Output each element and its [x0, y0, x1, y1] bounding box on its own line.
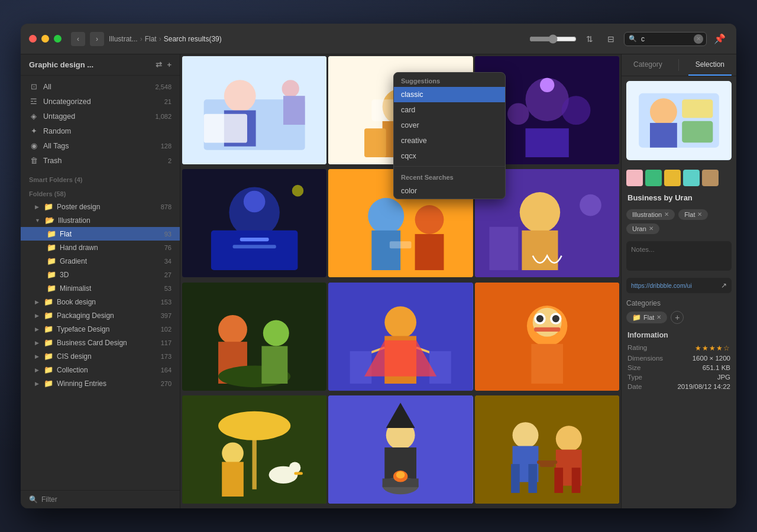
svg-point-5: [282, 80, 299, 97]
cat-tag-flat[interactable]: 📁 Flat ✕: [626, 312, 667, 323]
grid-item-1[interactable]: [182, 56, 326, 164]
sidebar-item-untagged[interactable]: ◈ Untagged 1,082: [21, 109, 180, 124]
subfolder-item-gradient[interactable]: 📁 Gradient 34: [21, 254, 180, 268]
maximize-button[interactable]: [54, 35, 62, 43]
grid-item-9[interactable]: [475, 283, 619, 391]
search-clear-button[interactable]: ✕: [694, 34, 703, 44]
svg-point-71: [396, 471, 405, 478]
svg-point-27: [368, 198, 405, 234]
swatch-yellow[interactable]: [664, 170, 681, 186]
tag-flat[interactable]: Flat ✕: [678, 209, 708, 220]
tag-flat-close[interactable]: ✕: [697, 211, 702, 218]
dimensions-value: 1600 × 1200: [693, 355, 730, 362]
filter-icon: 🔍: [29, 495, 38, 504]
grid-item-8[interactable]: [328, 283, 473, 391]
svg-rect-88: [682, 121, 713, 143]
sidebar-item-trash[interactable]: 🗑 Trash 2: [21, 153, 180, 168]
dropdown-item-card[interactable]: card: [394, 102, 505, 118]
forward-button[interactable]: ›: [90, 32, 104, 46]
folders-title: Folders (58): [21, 186, 180, 200]
svg-rect-42: [261, 346, 287, 384]
folder-biz-label: Business Card Design: [57, 339, 157, 347]
grid-item-12[interactable]: [475, 395, 619, 504]
grid-item-10[interactable]: [182, 395, 326, 504]
svg-point-2: [224, 80, 256, 112]
sidebar-header-icons: ⇄ +: [156, 60, 172, 69]
notes-area[interactable]: Notes...: [626, 241, 732, 271]
breadcrumb-illustrat[interactable]: Illustrat...: [109, 35, 138, 43]
folder-item-business-card[interactable]: ▶ 📁 Business Card Design 117: [21, 336, 180, 349]
dropdown-item-color[interactable]: color: [394, 183, 505, 199]
expand-arrow-cis: ▶: [35, 353, 39, 359]
sidebar-bottom: 🔍 Filter: [21, 490, 180, 508]
svg-rect-75: [511, 464, 520, 493]
swatch-teal[interactable]: [683, 170, 700, 186]
search-dropdown: Suggestions classic card cover creative …: [393, 72, 506, 199]
pin-button[interactable]: 📌: [711, 31, 728, 47]
tag-illustration-close[interactable]: ✕: [664, 211, 669, 218]
grid-item-4[interactable]: [182, 169, 326, 277]
tag-uran-close[interactable]: ✕: [649, 225, 654, 232]
subfolder-item-hand-drawn[interactable]: 📁 Hand drawn 76: [21, 241, 180, 254]
rating-stars[interactable]: ★★★★☆: [695, 344, 730, 352]
folder-book-icon: 📁: [44, 297, 53, 306]
folder-item-poster[interactable]: ▶ 📁 Poster design 878: [21, 200, 180, 213]
sort-button[interactable]: ⇅: [581, 31, 598, 47]
external-link-icon[interactable]: ↗: [721, 281, 727, 290]
svg-point-18: [540, 78, 554, 92]
minimize-button[interactable]: [41, 35, 49, 43]
folder-item-packaging[interactable]: ▶ 📁 Packaging Design 397: [21, 309, 180, 322]
subfolder-item-flat[interactable]: 📁 Flat 93: [21, 227, 180, 241]
back-button[interactable]: ‹: [71, 32, 85, 46]
swatch-brown[interactable]: [702, 170, 719, 186]
subfolder-hand-count: 76: [164, 244, 172, 251]
grid-item-11[interactable]: [328, 395, 473, 504]
folder-win-label: Winning Entries: [57, 379, 157, 388]
folder-item-winning[interactable]: ▶ 📁 Winning Entries 270: [21, 377, 180, 390]
folder-item-book[interactable]: ▶ 📁 Book design 153: [21, 295, 180, 309]
tab-selection[interactable]: Selection: [688, 54, 732, 76]
swatch-pink[interactable]: [626, 170, 643, 186]
sidebar-item-uncategorized-count: 21: [164, 98, 172, 105]
cat-flat-close[interactable]: ✕: [656, 314, 661, 320]
sidebar-item-random[interactable]: ✦ Random: [21, 124, 180, 138]
subfolder-3d-icon: 📁: [47, 270, 56, 279]
sidebar-item-all[interactable]: ⊡ All 2,548: [21, 79, 180, 94]
folder-item-cis[interactable]: ▶ 📁 CIS design 173: [21, 349, 180, 363]
cat-add-button[interactable]: +: [671, 311, 684, 324]
svg-point-29: [415, 205, 444, 234]
dropdown-item-cover[interactable]: cover: [394, 118, 505, 133]
folder-list: ▶ 📁 Poster design 878 ▼ 📂 Illustration 📁…: [21, 200, 180, 390]
sidebar-item-uncategorized[interactable]: ☲ Uncategorized 21: [21, 94, 180, 109]
swatch-green[interactable]: [645, 170, 662, 186]
categories-section: Categories 📁 Flat ✕ +: [622, 296, 736, 327]
svg-rect-61: [222, 462, 244, 497]
tag-illustration[interactable]: Illustration ✕: [626, 209, 675, 220]
sidebar-add-icon[interactable]: +: [167, 60, 172, 69]
svg-rect-46: [350, 351, 372, 384]
sidebar-swap-icon[interactable]: ⇄: [156, 60, 162, 69]
breadcrumb-flat[interactable]: Flat: [145, 35, 157, 43]
subfolder-grad-count: 34: [164, 258, 172, 265]
svg-point-16: [561, 96, 590, 125]
sidebar-item-all-tags[interactable]: ◉ All Tags 128: [21, 138, 180, 153]
filter-button[interactable]: ⊟: [603, 31, 619, 47]
grid-item-7[interactable]: [182, 283, 326, 391]
dropdown-item-creative[interactable]: creative: [394, 133, 505, 148]
folder-item-typeface[interactable]: ▶ 📁 Typeface Design 102: [21, 322, 180, 336]
tag-uran[interactable]: Uran ✕: [626, 223, 659, 234]
subfolder-item-minimalist[interactable]: 📁 Minimalist 53: [21, 281, 180, 295]
zoom-slider[interactable]: [529, 34, 577, 44]
tab-category[interactable]: Category: [626, 54, 669, 76]
url-row[interactable]: https://dribbble.com/ui ↗: [626, 278, 732, 293]
suggestions-label: Suggestions: [394, 73, 505, 87]
subfolder-item-3d[interactable]: 📁 3D 27: [21, 268, 180, 281]
folder-cis-label: CIS design: [57, 352, 157, 361]
folder-item-illustration[interactable]: ▼ 📂 Illustration: [21, 213, 180, 227]
svg-point-60: [222, 442, 244, 464]
dropdown-item-classic[interactable]: classic: [394, 87, 505, 102]
detail-title: Business by Uran: [622, 191, 736, 207]
dropdown-item-cqcx[interactable]: cqcx: [394, 148, 505, 164]
folder-item-collection[interactable]: ▶ 📁 Collection 164: [21, 363, 180, 377]
close-button[interactable]: [29, 35, 37, 43]
